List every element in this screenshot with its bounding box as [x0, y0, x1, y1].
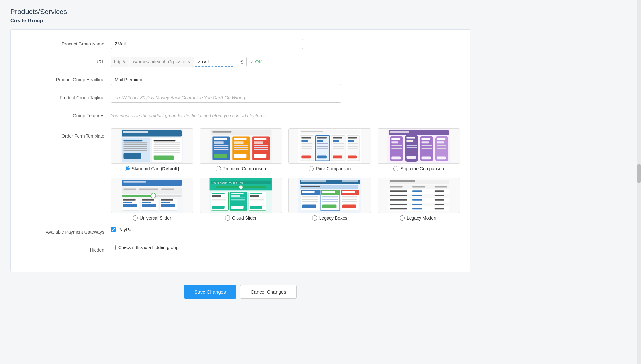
svg-rect-58 — [317, 143, 328, 144]
copy-icon: ⎘ — [240, 59, 243, 64]
svg-rect-109 — [437, 156, 446, 159]
svg-rect-64 — [333, 137, 342, 139]
svg-rect-26 — [214, 145, 228, 146]
template-cloud-slider: YOUR CLOUD. YOUR RULES. — [200, 178, 282, 221]
svg-rect-15 — [154, 146, 180, 147]
svg-rect-158 — [250, 201, 264, 201]
template-label-universal-slider[interactable]: Universal Slider — [140, 215, 171, 221]
svg-rect-4 — [123, 140, 142, 141]
template-label-legacy-boxes[interactable]: Legacy Boxes — [319, 215, 347, 221]
svg-rect-169 — [302, 196, 318, 197]
svg-rect-192 — [390, 180, 415, 182]
svg-rect-205 — [434, 195, 444, 196]
svg-rect-69 — [333, 148, 344, 149]
product-group-headline-input[interactable] — [111, 75, 341, 85]
url-copy-button[interactable]: ⎘ — [237, 57, 247, 67]
cancel-button[interactable]: Cancel Changes — [240, 285, 297, 299]
paypal-label[interactable]: PayPal — [118, 227, 132, 232]
product-group-headline-label: Product Group Headline — [21, 75, 111, 82]
svg-rect-32 — [234, 141, 243, 144]
svg-rect-141 — [212, 195, 221, 197]
template-label-legacy-modern[interactable]: Legacy Modern — [407, 215, 438, 221]
product-group-tagline-input[interactable] — [111, 93, 341, 103]
template-legacy-boxes: Legacy Boxes — [288, 178, 371, 221]
svg-rect-201 — [434, 190, 444, 192]
payment-gateways-row: Available Payment Gateways PayPal — [21, 227, 460, 239]
radio-premium-comparison[interactable] — [216, 166, 221, 171]
svg-rect-196 — [412, 186, 425, 188]
svg-rect-102 — [421, 156, 431, 159]
paypal-checkbox[interactable] — [111, 227, 116, 232]
radio-standard-cart[interactable] — [125, 166, 130, 171]
svg-rect-171 — [302, 199, 318, 200]
product-group-name-input[interactable] — [111, 39, 303, 49]
svg-rect-168 — [302, 191, 314, 193]
save-button[interactable]: Save Changes — [184, 285, 236, 299]
radio-legacy-modern[interactable] — [400, 215, 405, 221]
url-middle: /whmcs/index.php?rp=/store/ — [130, 57, 194, 67]
svg-point-119 — [151, 193, 156, 198]
product-group-name-control — [111, 39, 460, 49]
svg-rect-150 — [231, 199, 245, 200]
svg-rect-113 — [122, 187, 182, 194]
svg-rect-204 — [412, 195, 422, 196]
svg-rect-152 — [231, 206, 243, 209]
template-label-standard-cart[interactable]: Standard Cart (Default) — [132, 166, 179, 171]
svg-rect-54 — [301, 155, 311, 158]
action-bar: Save Changes Cancel Changes — [10, 280, 470, 309]
scrollbar-thumb[interactable] — [637, 164, 641, 183]
template-label-premium-comparison[interactable]: Premium Comparison — [223, 166, 266, 171]
hidden-checkbox[interactable] — [111, 245, 116, 250]
svg-rect-34 — [234, 147, 248, 148]
svg-rect-41 — [254, 147, 268, 148]
svg-rect-12 — [154, 140, 176, 141]
svg-rect-154 — [250, 193, 262, 194]
svg-rect-140 — [212, 193, 224, 194]
svg-rect-209 — [434, 199, 444, 201]
template-label-pure-comparison[interactable]: Pure Comparison — [316, 166, 351, 171]
hidden-checkbox-label[interactable]: Check if this is a hidden group — [118, 245, 179, 250]
svg-rect-126 — [142, 202, 151, 203]
template-thumb-pure-comparison[interactable] — [288, 128, 371, 164]
scrollbar-track[interactable] — [637, 0, 641, 317]
template-thumb-legacy-boxes[interactable] — [288, 178, 371, 213]
svg-rect-42 — [254, 149, 268, 150]
svg-rect-116 — [161, 188, 174, 190]
svg-rect-187 — [342, 199, 357, 200]
svg-rect-14 — [154, 144, 180, 145]
radio-pure-comparison[interactable] — [309, 166, 314, 171]
template-thumb-supreme-comparison[interactable] — [378, 128, 460, 164]
svg-rect-72 — [348, 137, 357, 139]
template-thumb-universal-slider[interactable] — [111, 178, 193, 213]
svg-rect-98 — [421, 141, 429, 143]
svg-rect-181 — [322, 204, 336, 208]
radio-cloud-slider[interactable] — [225, 215, 230, 221]
svg-rect-73 — [348, 140, 354, 142]
template-label-supreme-comparison[interactable]: Supreme Comparison — [400, 166, 444, 171]
template-thumb-cloud-slider[interactable]: YOUR CLOUD. YOUR RULES. — [200, 178, 282, 213]
svg-rect-53 — [301, 148, 312, 149]
radio-supreme-comparison[interactable] — [393, 166, 398, 171]
svg-rect-25 — [214, 141, 223, 144]
hidden-label: Hidden — [21, 245, 111, 253]
template-pure-comparison: Pure Comparison — [288, 128, 371, 171]
svg-rect-108 — [437, 148, 446, 149]
url-slug-input[interactable] — [195, 57, 233, 67]
svg-rect-94 — [406, 147, 417, 148]
template-label-cloud-slider[interactable]: Cloud Slider — [232, 215, 256, 221]
template-thumb-standard-cart[interactable] — [111, 128, 193, 164]
svg-rect-49 — [301, 140, 308, 142]
svg-rect-74 — [348, 143, 358, 144]
template-thumb-legacy-modern[interactable] — [378, 178, 460, 213]
url-label: URL — [21, 57, 111, 64]
svg-rect-10 — [123, 153, 141, 159]
url-ok-status: ✓ OK — [250, 59, 262, 64]
radio-legacy-boxes[interactable] — [312, 215, 317, 221]
svg-rect-77 — [348, 148, 358, 149]
template-thumb-premium-comparison[interactable] — [200, 128, 282, 164]
radio-universal-slider[interactable] — [133, 215, 138, 221]
page-subtitle: Create Group — [10, 18, 470, 24]
svg-rect-145 — [212, 206, 224, 209]
svg-rect-29 — [214, 154, 227, 158]
template-legacy-modern: Legacy Modern — [378, 178, 460, 221]
